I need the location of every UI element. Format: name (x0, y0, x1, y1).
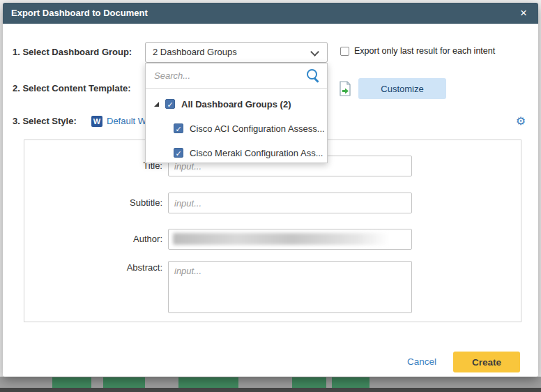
document-properties-panel: Title: Subtitle: Author: Abstract: (24, 140, 521, 322)
checkbox-checked-icon[interactable] (165, 99, 175, 109)
close-icon[interactable]: × (515, 3, 533, 24)
dialog-title-bar: Export Dashboard to Document × (3, 3, 538, 24)
step1-label: 1. Select Dashboard Group: (13, 42, 132, 63)
export-last-result-checkbox[interactable]: Export only last result for each intent (340, 46, 495, 56)
customize-button[interactable]: Customize (358, 78, 446, 99)
tree-item-group[interactable]: Cisco ACI Configuration Assess... (146, 119, 327, 138)
dashboard-group-select-value: 2 Dashboard Groups (153, 43, 237, 62)
create-button[interactable]: Create (453, 352, 520, 372)
checkbox-checked-icon[interactable] (174, 123, 183, 133)
author-input-wrapper (168, 229, 412, 250)
background-button-fragment (292, 377, 326, 388)
background-button-fragment (178, 377, 238, 388)
background-button-fragment (332, 377, 369, 388)
background-page-bottom-bar (0, 388, 541, 392)
tree-item-label[interactable]: All Dashboard Groups (2) (181, 99, 291, 110)
author-redacted-value (173, 233, 389, 245)
author-label: Author: (52, 229, 162, 250)
tree-item-label[interactable]: Cisco Meraki Configuration Ass... (190, 148, 323, 158)
abstract-label: Abstract: (52, 261, 162, 275)
tree-expander-icon[interactable] (154, 102, 159, 107)
chevron-down-icon (310, 47, 319, 56)
step3-label: 3. Select Style: (13, 111, 77, 132)
subtitle-input[interactable] (168, 193, 412, 213)
dialog-title: Export Dashboard to Document (11, 3, 148, 24)
export-last-result-label: Export only last result for each intent (354, 46, 495, 56)
search-icon (307, 69, 317, 80)
abstract-textarea[interactable] (168, 261, 412, 313)
dashboard-group-select[interactable]: 2 Dashboard Groups (145, 42, 328, 63)
tree-item-group[interactable]: Cisco Meraki Configuration Ass... (146, 143, 327, 163)
step2-label: 2. Select Content Template: (13, 78, 131, 99)
tree-item-label[interactable]: Cisco ACI Configuration Assess... (190, 123, 325, 134)
background-button-fragment (52, 377, 91, 388)
checkbox-checked-icon[interactable] (174, 148, 183, 158)
export-dashboard-dialog: Export Dashboard to Document × 1. Select… (3, 3, 538, 377)
gear-icon[interactable]: ⚙ (516, 111, 526, 132)
cancel-button[interactable]: Cancel (407, 352, 436, 372)
dropdown-search-input[interactable] (146, 63, 327, 87)
background-button-fragment (103, 377, 145, 388)
checkbox-unchecked-icon[interactable] (340, 47, 349, 56)
word-document-icon: W (91, 116, 102, 127)
subtitle-label: Subtitle: (52, 193, 162, 213)
dropdown-search-row (146, 63, 327, 89)
new-template-document-icon[interactable] (338, 81, 352, 96)
dashboard-group-dropdown-panel: All Dashboard Groups (2) Cisco ACI Confi… (145, 63, 328, 163)
tree-item-all-groups[interactable]: All Dashboard Groups (2) (146, 94, 327, 114)
